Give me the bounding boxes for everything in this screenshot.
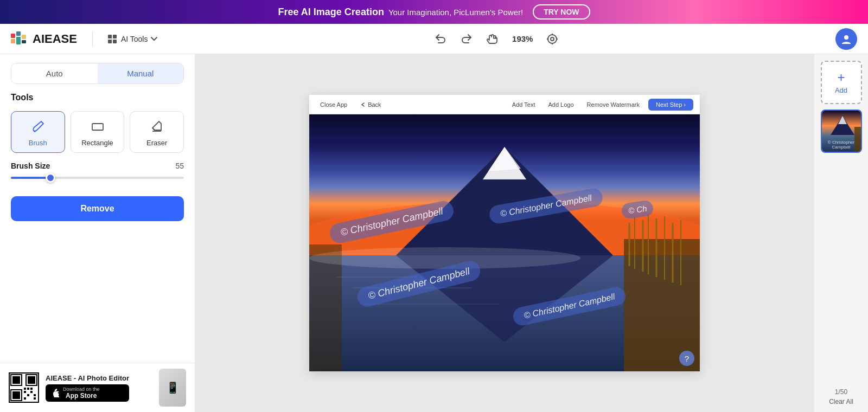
svg-rect-7 bbox=[113, 35, 117, 38]
rectangle-label: Rectangle bbox=[81, 139, 113, 147]
banner-bold-text: Free AI Image Creation bbox=[278, 7, 384, 18]
hand-icon bbox=[486, 33, 499, 46]
tools-grid: Brush Rectangle Eraser bbox=[11, 111, 184, 153]
app-store-button[interactable]: Download on the App Store bbox=[46, 384, 129, 402]
try-now-button[interactable]: TRY NOW bbox=[533, 4, 590, 20]
add-logo-button[interactable]: Add Logo bbox=[544, 99, 578, 110]
svg-rect-5 bbox=[22, 40, 26, 43]
brush-size-value: 55 bbox=[175, 162, 184, 170]
svg-rect-31 bbox=[27, 394, 29, 396]
add-text-button[interactable]: Add Text bbox=[508, 99, 540, 110]
clear-all-button[interactable]: Clear All bbox=[829, 398, 853, 405]
svg-point-11 bbox=[551, 37, 554, 41]
right-panel: + Add © Christopher Campbell bbox=[814, 54, 868, 412]
brush-size-label: Brush Size bbox=[11, 162, 50, 170]
svg-rect-32 bbox=[24, 397, 26, 400]
remove-watermark-button[interactable]: Remove Watermark bbox=[583, 99, 644, 110]
mode-tabs: Auto Manual bbox=[11, 63, 184, 84]
rectangle-icon bbox=[90, 119, 105, 134]
user-avatar-button[interactable] bbox=[835, 28, 857, 50]
redo-icon bbox=[460, 33, 473, 46]
pagination-text: 1/50 bbox=[835, 388, 847, 396]
banner-regular-text: Your Imagination, PicLumen's Power! bbox=[388, 8, 523, 17]
brush-tool[interactable]: Brush bbox=[11, 111, 65, 153]
tab-manual[interactable]: Manual bbox=[98, 63, 184, 83]
next-step-button[interactable]: Next Step › bbox=[648, 99, 693, 111]
main-layout: Auto Manual Tools Brush Rectangle bbox=[0, 54, 868, 412]
chevron-down-icon bbox=[151, 37, 157, 41]
svg-rect-21 bbox=[12, 376, 20, 384]
svg-rect-2 bbox=[16, 31, 21, 36]
add-plus-icon: + bbox=[837, 71, 845, 84]
apple-icon bbox=[51, 389, 60, 397]
add-image-card[interactable]: + Add bbox=[821, 61, 862, 104]
svg-rect-28 bbox=[30, 388, 33, 390]
tab-auto[interactable]: Auto bbox=[11, 63, 98, 83]
slider-thumb[interactable] bbox=[46, 173, 55, 183]
promo-app-name: AIEASE - AI Photo Editor bbox=[46, 374, 129, 382]
back-button[interactable]: Back bbox=[356, 99, 385, 110]
add-label: Add bbox=[835, 86, 847, 94]
eraser-icon bbox=[149, 119, 164, 134]
svg-rect-33 bbox=[34, 394, 36, 396]
svg-rect-27 bbox=[27, 388, 29, 390]
help-button[interactable]: ? bbox=[679, 351, 694, 366]
logo-area: AIEASE bbox=[11, 31, 77, 47]
svg-rect-34 bbox=[34, 397, 36, 400]
bottom-promo: AIEASE - AI Photo Editor Download on the… bbox=[0, 363, 195, 412]
image-editor: Close App Back Add Text Add Logo Remove … bbox=[309, 95, 700, 371]
tools-section: Tools bbox=[11, 93, 184, 102]
svg-rect-0 bbox=[11, 34, 15, 38]
avatar-icon bbox=[840, 33, 852, 45]
svg-rect-25 bbox=[12, 391, 20, 399]
brush-size-slider[interactable] bbox=[11, 172, 184, 183]
target-button[interactable] bbox=[546, 33, 559, 46]
header-center: 193% bbox=[168, 33, 825, 46]
svg-rect-3 bbox=[16, 37, 21, 44]
top-banner: Free AI Image Creation Your Imagination,… bbox=[0, 0, 868, 24]
thumb-caption: © Christopher Campbell bbox=[822, 140, 861, 150]
hand-tool-button[interactable] bbox=[486, 33, 499, 46]
app-store-label: App Store bbox=[63, 392, 100, 400]
redo-button[interactable] bbox=[460, 33, 473, 46]
svg-rect-29 bbox=[24, 391, 26, 393]
eraser-label: Eraser bbox=[146, 139, 167, 147]
svg-rect-23 bbox=[28, 376, 35, 384]
svg-rect-26 bbox=[24, 388, 26, 390]
phone-illustration: 📱 bbox=[159, 369, 186, 407]
svg-rect-8 bbox=[108, 40, 112, 43]
svg-point-16 bbox=[844, 35, 848, 40]
back-chevron-icon bbox=[360, 102, 366, 107]
brush-size-section: Brush Size 55 bbox=[11, 162, 184, 183]
right-panel-footer: 1/50 Clear All bbox=[819, 388, 864, 405]
editor-toolbar: Close App Back Add Text Add Logo Remove … bbox=[309, 95, 700, 114]
svg-rect-17 bbox=[92, 124, 103, 130]
tools-title: Tools bbox=[11, 93, 184, 102]
svg-rect-9 bbox=[113, 40, 117, 43]
eraser-tool[interactable]: Eraser bbox=[130, 111, 184, 153]
svg-rect-6 bbox=[108, 35, 112, 38]
zoom-level: 193% bbox=[512, 34, 533, 43]
mountain-scene bbox=[309, 114, 700, 371]
logo-text: AIEASE bbox=[33, 32, 77, 46]
undo-icon bbox=[434, 33, 447, 46]
remove-button[interactable]: Remove bbox=[11, 196, 184, 221]
header-divider bbox=[92, 31, 93, 47]
header: AIEASE AI Tools bbox=[0, 24, 868, 54]
svg-point-55 bbox=[309, 247, 580, 269]
ai-tools-label: AI Tools bbox=[121, 35, 148, 43]
thumbnail-card[interactable]: © Christopher Campbell bbox=[821, 110, 862, 153]
image-content: © Christopher Campbell © Christopher Cam… bbox=[309, 114, 700, 371]
promo-text-area: AIEASE - AI Photo Editor Download on the… bbox=[46, 374, 129, 402]
canvas-area[interactable]: Close App Back Add Text Add Logo Remove … bbox=[195, 54, 814, 412]
ai-tools-button[interactable]: AI Tools bbox=[108, 35, 158, 43]
undo-button[interactable] bbox=[434, 33, 447, 46]
brush-label: Brush bbox=[29, 139, 47, 147]
rectangle-tool[interactable]: Rectangle bbox=[71, 111, 125, 153]
download-text: Download on the bbox=[63, 387, 100, 392]
brush-icon bbox=[30, 119, 46, 134]
svg-rect-30 bbox=[30, 391, 33, 393]
grid-icon bbox=[108, 35, 118, 43]
close-app-button[interactable]: Close App bbox=[316, 99, 352, 110]
svg-rect-4 bbox=[22, 35, 26, 39]
